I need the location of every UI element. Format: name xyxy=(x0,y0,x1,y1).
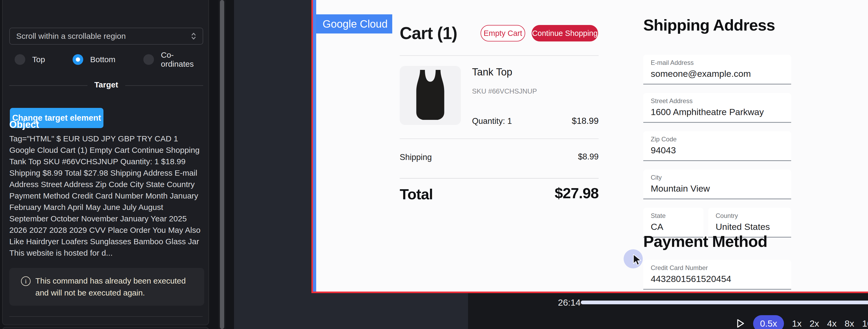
radio-top-circle[interactable] xyxy=(14,54,25,65)
info-message: This command has already been executed a… xyxy=(35,275,190,299)
info-banner: i This command has already been executed… xyxy=(9,268,204,306)
zip-field[interactable]: Zip Code 94043 xyxy=(643,131,791,161)
speed-2x-button[interactable]: 2x xyxy=(809,318,819,329)
sidebar-scrollbar-thumb[interactable] xyxy=(220,0,224,329)
scroll-position-radios: Top Bottom Co-ordinates xyxy=(9,53,203,66)
speed-16x-button[interactable]: 16x xyxy=(862,318,868,329)
radio-bottom-circle[interactable] xyxy=(72,54,83,65)
play-icon xyxy=(736,318,745,328)
replay-player: Google Cloud Cart (1) Empty Cart Continu… xyxy=(234,0,868,329)
email-field-label: E-mail Address xyxy=(651,59,693,66)
cart-divider xyxy=(400,138,599,139)
street-field-value: 1600 Amphitheatre Parkway xyxy=(651,107,764,117)
zip-field-label: Zip Code xyxy=(651,135,677,143)
sidebar-divider xyxy=(9,316,203,317)
empty-cart-button[interactable]: Empty Cart xyxy=(480,25,525,41)
tank-top-image xyxy=(400,66,461,125)
timeline-progress xyxy=(581,301,868,304)
radio-bottom-label: Bottom xyxy=(90,55,116,64)
radio-top[interactable]: Top xyxy=(14,53,45,66)
command-type-select[interactable]: Scroll within a scrollable region xyxy=(9,28,203,45)
continue-shopping-button[interactable]: Continue Shopping xyxy=(532,25,598,41)
product-price: $18.99 xyxy=(546,116,599,126)
credit-card-field[interactable]: Credit Card Number 4432801561520454 xyxy=(643,260,791,290)
timeline-slider[interactable] xyxy=(581,301,868,304)
command-type-value: Scroll within a scrollable region xyxy=(16,32,126,41)
shipping-value: $8.99 xyxy=(546,152,599,162)
speed-4x-button[interactable]: 4x xyxy=(827,318,837,329)
total-label: Total xyxy=(400,186,433,203)
target-section-header: Target xyxy=(9,80,203,91)
next-command-card xyxy=(2,327,209,329)
replay-viewport: Google Cloud Cart (1) Empty Cart Continu… xyxy=(311,0,868,293)
speed-0.5x-button[interactable]: 0.5x xyxy=(753,315,784,329)
zip-field-value: 94043 xyxy=(651,145,676,156)
radio-coordinates[interactable]: Co-ordinates xyxy=(143,53,203,66)
info-icon: i xyxy=(21,276,31,286)
speed-1x-button[interactable]: 1x xyxy=(792,318,802,329)
state-field-label: State xyxy=(651,212,665,220)
select-chevron-icon xyxy=(190,32,197,40)
tank-top-silhouette xyxy=(414,70,447,121)
cursor-icon xyxy=(632,254,644,268)
radio-coordinates-label: Co-ordinates xyxy=(161,51,203,69)
player-control-bar: 26:14 26:1 0.5x 1x 2x 4x 8x 16x skip ina… xyxy=(468,293,868,329)
credit-card-field-value: 4432801561520454 xyxy=(651,274,731,284)
cart-title: Cart (1) xyxy=(400,23,457,43)
radio-coordinates-circle[interactable] xyxy=(143,54,154,65)
shipping-address-heading: Shipping Address xyxy=(643,16,775,34)
speed-8x-button[interactable]: 8x xyxy=(845,318,854,329)
total-divider xyxy=(400,178,599,178)
email-field[interactable]: E-mail Address someone@example.com xyxy=(643,55,791,85)
current-time: 26:14 xyxy=(558,297,581,308)
state-field-value: CA xyxy=(651,222,663,232)
target-section-label: Target xyxy=(9,80,203,89)
radio-top-label: Top xyxy=(32,55,45,64)
brand-label: Google Cloud xyxy=(322,18,388,30)
sidebar-scrollbar[interactable] xyxy=(219,0,225,329)
country-field-value: United States xyxy=(716,222,770,232)
product-sku: SKU #66VCHSJNUP xyxy=(472,87,537,95)
header-divider xyxy=(400,55,599,56)
object-heading: Object xyxy=(9,119,39,130)
country-field-label: Country xyxy=(716,212,738,220)
radio-bottom[interactable]: Bottom xyxy=(72,53,116,66)
city-field-value: Mountain View xyxy=(651,184,710,194)
credit-card-field-label: Credit Card Number xyxy=(651,264,708,272)
element-highlight-border xyxy=(313,0,316,292)
play-button[interactable] xyxy=(736,318,745,329)
brand-badge[interactable]: Google Cloud xyxy=(316,14,392,33)
payment-method-heading: Payment Method xyxy=(643,232,767,251)
street-field-label: Street Address xyxy=(651,97,692,105)
street-field[interactable]: Street Address 1600 Amphitheatre Parkway xyxy=(643,93,791,123)
city-field-label: City xyxy=(651,174,662,181)
email-field-value: someone@example.com xyxy=(651,69,751,79)
object-description: Tag="HTML" $ EUR USD JPY GBP TRY CAD 1 G… xyxy=(9,133,204,259)
playback-controls: 0.5x 1x 2x 4x 8x 16x skip inactive xyxy=(736,315,868,329)
total-value: $27.98 xyxy=(519,185,599,202)
product-quantity: Quantity: 1 xyxy=(472,117,512,126)
shipping-label: Shipping xyxy=(400,153,432,162)
command-panel: Scroll within a scrollable region Top Bo… xyxy=(2,0,209,325)
city-field[interactable]: City Mountain View xyxy=(643,169,791,199)
product-name: Tank Top xyxy=(472,66,512,78)
